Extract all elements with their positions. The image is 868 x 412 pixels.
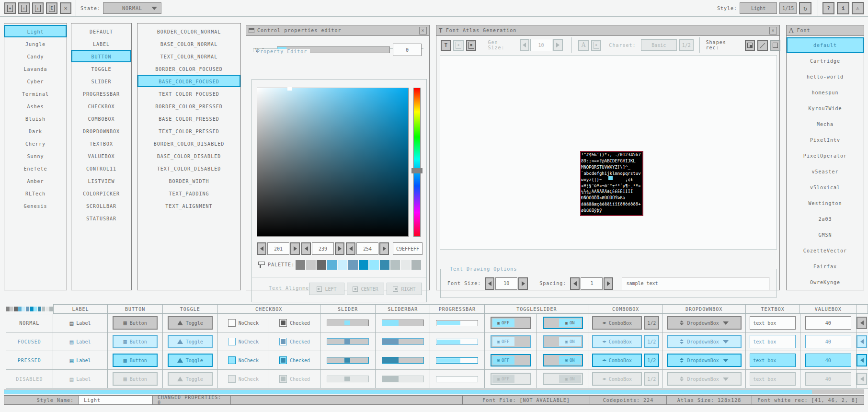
palette-swatch[interactable] — [369, 260, 379, 270]
control-list-item[interactable]: SLIDER — [71, 75, 131, 87]
style-list-item[interactable]: Candy — [4, 50, 67, 62]
font-list-item[interactable]: Mecha — [787, 116, 864, 132]
new-style-button[interactable]: + — [4, 2, 16, 14]
font-list-item[interactable]: 2a03 — [787, 211, 864, 227]
font-list-item[interactable]: v5easter — [787, 164, 864, 180]
sample-text-input[interactable]: sample text — [622, 277, 769, 290]
combobox-preview[interactable]: ◀▶ComboBox — [592, 316, 642, 330]
font-list-item[interactable]: CozetteVector — [787, 243, 864, 259]
button-preview[interactable]: ▦Button — [113, 316, 158, 330]
textbox-preview[interactable]: text box — [750, 372, 796, 386]
spacing-value[interactable]: 1 — [581, 277, 603, 290]
style-name-input[interactable]: Light — [79, 395, 153, 405]
export-atlas-image-button[interactable]: ▦ — [466, 40, 476, 51]
blue-decrease-button[interactable] — [346, 242, 355, 255]
valuebox-preview[interactable]: 40 — [805, 316, 851, 330]
spinner-decrease-button[interactable] — [857, 354, 867, 366]
palette-swatch[interactable] — [327, 260, 337, 270]
property-list-item[interactable]: BASE_COLOR_DISABLED — [137, 149, 240, 162]
button-preview[interactable]: ▦Button — [113, 372, 158, 386]
control-list-item[interactable]: COLORPICKER — [71, 187, 131, 199]
palette-swatch[interactable] — [390, 260, 400, 270]
font-list-item[interactable]: Fairfax — [787, 259, 864, 275]
control-list-item[interactable]: CHECKBOX — [71, 100, 131, 112]
control-list-item[interactable]: DEFAULT — [71, 25, 131, 37]
toggle-preview[interactable]: Toggle — [168, 335, 213, 348]
slider-preview[interactable] — [327, 376, 369, 382]
font-atlas-image[interactable]: !"#$%&'()*+,-./0123456789:;<=>?@ABCDEFGH… — [580, 151, 643, 216]
control-list-item[interactable]: BUTTON — [71, 50, 131, 62]
sliderbar-preview[interactable] — [382, 376, 424, 382]
button-preview[interactable]: ▦Button — [113, 354, 158, 367]
load-style-button[interactable]: ↑ — [18, 2, 30, 14]
style-list-item[interactable]: Bluish — [4, 112, 67, 125]
font-list-item[interactable]: Cartridge — [787, 53, 864, 69]
style-list-item[interactable]: Genesis — [4, 199, 67, 212]
style-list-item[interactable]: Sunny — [4, 149, 67, 162]
property-list-item[interactable]: BORDER_COLOR_NORMAL — [137, 25, 240, 37]
palette-swatch[interactable] — [338, 260, 347, 270]
property-list-item[interactable]: TEXT_COLOR_NORMAL — [137, 50, 240, 62]
toggle-preview[interactable]: Toggle — [168, 372, 213, 386]
red-value[interactable]: 201 — [267, 242, 289, 255]
slider-preview[interactable] — [327, 320, 369, 326]
style-list-item[interactable]: Cyber — [4, 75, 67, 87]
button-preview[interactable]: ▦Button — [113, 335, 158, 348]
toggleslider-off[interactable]: ▣OFF — [491, 373, 531, 385]
toggle-preview[interactable]: Toggle — [168, 316, 213, 330]
palette-swatch[interactable] — [317, 260, 326, 270]
toggle-preview[interactable]: Toggle — [168, 354, 213, 367]
font-panel-titlebar[interactable]: A Font — [787, 25, 864, 36]
checkbox-checked[interactable] — [279, 319, 287, 327]
gen-size-value[interactable]: 10 — [530, 39, 552, 51]
blue-value[interactable]: 254 — [356, 242, 378, 255]
toggleslider-off[interactable]: ▣OFF — [491, 335, 531, 348]
control-list-item[interactable]: DROPDOWNBOX — [71, 125, 131, 137]
sliderbar-preview[interactable] — [382, 338, 424, 345]
textbox-preview[interactable]: text box — [750, 316, 796, 330]
spacing-decrease-button[interactable] — [570, 277, 580, 290]
dropdownbox-preview[interactable]: DropdownBox — [667, 354, 742, 367]
clear-font-button[interactable]: x — [453, 40, 463, 51]
property-list-item[interactable]: TEXT_COLOR_PRESSED — [137, 125, 240, 137]
value-box[interactable]: 0 — [393, 44, 422, 56]
charset-value-button[interactable]: Basic — [641, 39, 677, 51]
shapes-empty-rec-button[interactable] — [770, 40, 780, 51]
save-style-button[interactable]: ↓ — [32, 2, 44, 14]
font-list-item[interactable]: default — [787, 37, 864, 53]
random-style-button[interactable]: ✕ — [60, 2, 71, 14]
checkbox-unchecked[interactable] — [228, 375, 236, 383]
spinner-decrease-button[interactable] — [857, 335, 867, 348]
style-list-item[interactable]: Enefete — [4, 162, 67, 174]
color-picker-marker[interactable] — [287, 87, 292, 91]
help-button[interactable]: ? — [822, 2, 834, 14]
control-list-item[interactable]: STATUSBAR — [71, 212, 131, 224]
label-preview[interactable]: ▤Label — [53, 314, 108, 332]
style-list-item[interactable]: Jungle — [4, 37, 67, 50]
dropdownbox-preview[interactable]: DropdownBox — [667, 335, 742, 348]
checkbox-unchecked[interactable] — [228, 356, 236, 364]
shapes-filled-rec-button[interactable] — [745, 40, 755, 51]
toggleslider-on[interactable]: ▣ON — [543, 373, 583, 385]
label-preview[interactable]: ▤Label — [53, 332, 108, 351]
palette-swatch[interactable] — [359, 260, 368, 270]
hex-color-input[interactable]: C9EFFEFF — [393, 242, 423, 255]
red-decrease-button[interactable] — [257, 242, 266, 255]
reload-style-button[interactable]: ↻ — [799, 2, 811, 14]
dropdownbox-preview[interactable]: DropdownBox — [667, 372, 742, 386]
property-list-item[interactable]: BORDER_COLOR_DISABLED — [137, 137, 240, 149]
combobox-preview[interactable]: ◀▶ComboBox — [592, 354, 642, 367]
font-text-mode-button[interactable]: T — [441, 40, 451, 51]
label-preview[interactable]: ▤Label — [53, 351, 108, 370]
gen-size-increase-button[interactable] — [553, 39, 563, 51]
state-dropdown[interactable]: NORMAL — [103, 2, 161, 14]
valuebox-preview[interactable]: 40 — [805, 354, 851, 367]
align-left-button[interactable]: LEFT — [309, 283, 344, 295]
toggleslider-off[interactable]: ▣OFF — [491, 354, 531, 366]
control-list-item[interactable]: TEXTBOX — [71, 137, 131, 149]
charset-font-button[interactable]: A — [578, 40, 588, 51]
align-right-button[interactable]: RIGHT — [387, 283, 422, 295]
font-size-increase-button[interactable] — [518, 277, 528, 290]
info-button[interactable]: i — [837, 2, 849, 14]
editor-titlebar[interactable]: Control properties editor × — [246, 25, 429, 36]
